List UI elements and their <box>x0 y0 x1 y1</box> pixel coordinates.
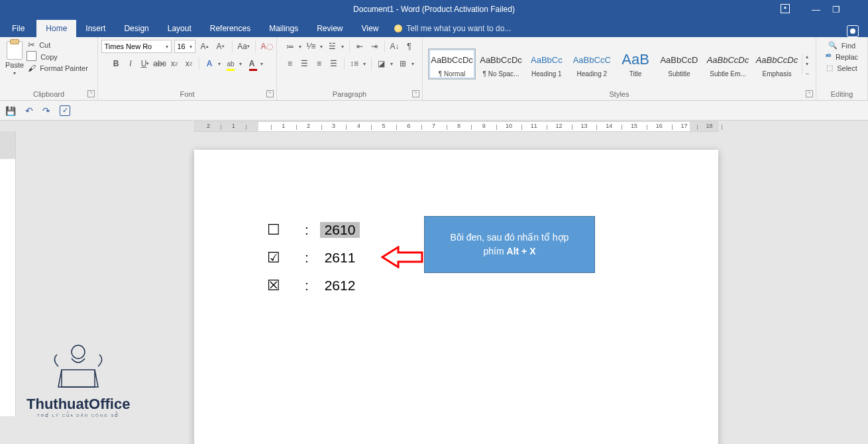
copy-button[interactable]: Copy <box>28 52 88 61</box>
shrink-font-button[interactable]: A▾ <box>214 40 227 53</box>
select-button[interactable]: Select <box>826 64 857 72</box>
chevron-down-icon[interactable]: ▾ <box>297 40 303 53</box>
font-launcher[interactable] <box>266 90 274 97</box>
decrease-indent-button[interactable]: ⇤ <box>353 40 366 53</box>
strikethrough-button[interactable]: abc <box>153 57 166 70</box>
tab-insert[interactable]: Insert <box>76 20 115 37</box>
borders-button[interactable]: ⊞ <box>396 57 409 70</box>
tab-review[interactable]: Review <box>307 20 352 37</box>
shading-button[interactable]: ◪ <box>375 57 388 70</box>
paste-label: Paste <box>5 61 24 69</box>
vertical-ruler[interactable] <box>0 131 16 416</box>
style-subtle-em-[interactable]: AaBbCcDcSubtle Em... <box>704 48 751 80</box>
copy-label: Copy <box>40 53 58 61</box>
chevron-down-icon[interactable]: ▾ <box>13 70 16 76</box>
styles-launcher[interactable] <box>806 90 813 97</box>
save-icon[interactable] <box>5 105 16 116</box>
minimize-icon[interactable]: — <box>812 5 820 15</box>
text-effects-button[interactable]: A <box>203 57 216 70</box>
style-preview: AaBbCcDc <box>757 50 796 69</box>
show-marks-button[interactable]: ¶ <box>403 40 416 53</box>
subscript-button[interactable]: x2 <box>168 57 181 70</box>
clear-formatting-button[interactable]: A◌ <box>260 40 274 53</box>
tab-references[interactable]: References <box>201 20 260 37</box>
callout-line2a: phím <box>484 246 507 256</box>
tab-view[interactable]: View <box>353 20 388 37</box>
align-center-button[interactable]: ☰ <box>298 57 311 70</box>
grow-font-button[interactable]: A▴ <box>198 40 211 53</box>
undo-icon[interactable] <box>25 105 33 116</box>
document-line-2[interactable]: ☒:2612 <box>254 272 659 300</box>
tab-home[interactable]: Home <box>36 20 76 37</box>
style-emphasis[interactable]: AaBbCcDcEmphasis <box>753 48 800 80</box>
align-left-button[interactable]: ≡ <box>284 57 297 70</box>
styles-more-button[interactable]: ▴▾⎯ <box>802 54 810 74</box>
change-case-button[interactable]: Aa▾ <box>237 40 250 53</box>
chevron-down-icon[interactable]: ▾ <box>339 40 346 53</box>
underline-button[interactable]: U▾ <box>138 57 152 70</box>
tab-layout[interactable]: Layout <box>158 20 201 37</box>
tab-design[interactable]: Design <box>115 20 158 37</box>
clipboard-launcher[interactable] <box>87 90 95 97</box>
style-heading-2[interactable]: AaBbCcCHeading 2 <box>569 48 616 80</box>
callout-line2b: Alt + X <box>507 246 536 256</box>
style--no-spac-[interactable]: AaBbCcDc¶ No Spac... <box>477 48 525 80</box>
italic-button[interactable]: I <box>124 57 137 70</box>
page[interactable]: ☐:2610☑:2611☒:2612 <box>194 150 718 444</box>
chevron-down-icon[interactable]: ▾ <box>216 57 223 70</box>
justify-button[interactable]: ☰ <box>327 57 341 70</box>
cut-button[interactable]: Cut <box>28 40 88 50</box>
watermark: ThuthuatOffice TRỢ LÝ CỦA DÂN CÔNG SỞ <box>27 340 130 417</box>
style-heading-1[interactable]: AaBbCcHeading 1 <box>526 48 567 80</box>
chevron-down-icon[interactable]: ▾ <box>388 57 395 70</box>
line-spacing-button[interactable]: ↕≡ <box>348 57 361 70</box>
numbering-button[interactable]: ⅟≡ <box>305 40 318 53</box>
checkbox-symbol: ☐ <box>254 221 294 239</box>
find-button[interactable]: Find <box>828 41 855 50</box>
sort-button[interactable]: A↓ <box>388 40 402 53</box>
style--normal[interactable]: AaBbCcDc¶ Normal <box>428 48 476 80</box>
chevron-down-icon[interactable]: ▾ <box>258 57 265 70</box>
highlight-button[interactable]: ab <box>224 57 237 70</box>
chevron-down-icon[interactable]: ▾ <box>237 57 244 70</box>
font-color-button[interactable]: A <box>245 57 258 70</box>
approve-icon[interactable] <box>60 105 70 116</box>
font-size-combo[interactable]: 16▾ <box>174 40 195 53</box>
ruler-mark: 14 <box>606 123 612 129</box>
increase-indent-button[interactable]: ⇥ <box>368 40 381 53</box>
maximize-icon[interactable]: ❐ <box>832 5 840 15</box>
tab-mailings[interactable]: Mailings <box>260 20 307 37</box>
paragraph-launcher[interactable] <box>412 90 419 97</box>
replace-icon <box>826 52 832 61</box>
multilevel-button[interactable]: ☱ <box>326 40 339 53</box>
bullets-button[interactable]: ≔ <box>284 40 297 53</box>
paste-button[interactable]: Paste ▾ <box>5 40 24 76</box>
redo-icon[interactable] <box>42 105 50 116</box>
style-title[interactable]: AaBTitle <box>617 48 655 80</box>
bold-button[interactable]: B <box>109 57 123 70</box>
unicode-code: 2610 <box>320 222 360 238</box>
font-name-combo[interactable]: Times New Ro▾ <box>101 40 172 53</box>
tab-file[interactable]: File <box>0 20 36 37</box>
style-preview: AaBbCcDc <box>708 50 747 69</box>
style-name: Heading 1 <box>531 70 563 78</box>
share-icon[interactable] <box>847 25 859 37</box>
superscript-button[interactable]: x2 <box>182 57 195 70</box>
style-subtitle[interactable]: AaBbCcDSubtitle <box>655 48 702 80</box>
chevron-down-icon[interactable]: ▾ <box>409 57 416 70</box>
ribbon: Paste ▾ Cut Copy Format Painter Clipboar… <box>0 37 868 101</box>
group-font: Times New Ro▾ 16▾ A▴ A▾ Aa▾ A◌ B I U▾ ab… <box>98 37 277 100</box>
format-painter-button[interactable]: Format Painter <box>28 64 88 73</box>
horizontal-ruler[interactable]: 21123456789101112131415161718 <box>194 121 718 132</box>
chevron-down-icon[interactable]: ▾ <box>318 40 325 53</box>
ruler-mark: 11 <box>531 123 537 129</box>
document-area: ☐:2610☑:2611☒:2612 Bôi đen, sau đó nhấn … <box>0 121 868 444</box>
align-right-button[interactable]: ≡ <box>313 57 326 70</box>
ribbon-options-icon[interactable] <box>781 4 790 13</box>
style-preview: AaBbCc <box>531 50 563 69</box>
replace-button[interactable]: Replac <box>826 52 858 61</box>
chevron-down-icon[interactable]: ▾ <box>361 57 368 70</box>
style-preview: AaBbCcDc <box>482 50 520 69</box>
title-bar: Document1 - Word (Product Activation Fai… <box>0 0 868 19</box>
tell-me-box[interactable]: Tell me what you want to do... <box>388 20 517 37</box>
